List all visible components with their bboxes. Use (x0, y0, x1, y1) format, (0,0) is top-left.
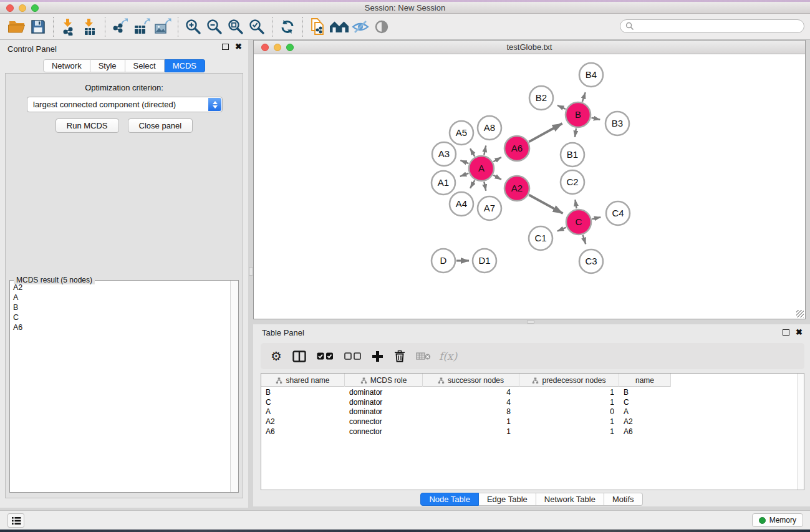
graph-node-A2[interactable]: A2 (504, 176, 529, 201)
network-graph[interactable]: B4B2BB3A5A8A6A3B1AA1C2A2A4A7C4CC1C3DD1 (254, 54, 805, 319)
cell-name[interactable]: B (619, 388, 671, 397)
list-item[interactable]: B (10, 302, 229, 312)
cell-shared-name[interactable]: C (261, 398, 345, 407)
graph-edge-A-A5[interactable] (470, 148, 475, 157)
cell-mcds-role[interactable]: dominator (345, 388, 423, 397)
graph-edge-B-B4[interactable] (582, 92, 586, 102)
cell-predecessor-nodes[interactable]: 1 (519, 417, 619, 426)
graph-edge-A-A6[interactable] (493, 157, 501, 162)
cell-name[interactable]: A6 (619, 427, 671, 436)
table-row[interactable]: Cdominator41C (261, 397, 796, 407)
cell-successor-nodes[interactable]: 1 (423, 427, 519, 436)
graph-node-B4[interactable]: B4 (579, 63, 603, 87)
graph-node-B1[interactable]: B1 (561, 143, 584, 167)
cell-successor-nodes[interactable]: 8 (423, 407, 519, 416)
export-network-icon[interactable] (110, 17, 131, 37)
dropdown-stepper-icon[interactable] (208, 98, 221, 111)
cell-name[interactable]: C (619, 398, 671, 407)
criterion-dropdown[interactable]: largest connected component (directed) (27, 97, 223, 112)
cell-successor-nodes[interactable]: 4 (423, 398, 519, 407)
graph-node-D[interactable]: D (432, 249, 455, 273)
refresh-icon[interactable] (277, 17, 298, 37)
graph-node-B3[interactable]: B3 (605, 112, 629, 135)
minimize-network-icon[interactable] (274, 44, 281, 51)
tab-style[interactable]: Style (90, 59, 125, 72)
zoom-in-icon[interactable] (183, 17, 204, 37)
float-table-panel-icon[interactable] (783, 329, 789, 336)
cell-mcds-role[interactable]: connector (345, 417, 423, 426)
export-image-icon[interactable] (152, 17, 173, 37)
graph-node-A8[interactable]: A8 (478, 116, 501, 140)
minimize-window-icon[interactable] (19, 4, 26, 12)
graph-node-A4[interactable]: A4 (450, 192, 473, 216)
graph-edge-A-A2[interactable] (493, 175, 501, 180)
delete-table-icon[interactable] (416, 352, 431, 361)
cell-mcds-role[interactable]: connector (345, 427, 423, 436)
column-header-predecessor-nodes[interactable]: predecessor nodes (519, 374, 619, 387)
table-row[interactable]: Adominator80A (261, 407, 796, 417)
search-input[interactable] (620, 19, 804, 33)
deselect-all-icon[interactable] (344, 352, 361, 360)
import-network-icon[interactable] (58, 17, 79, 37)
list-item[interactable]: A6 (10, 322, 229, 332)
table-scrollbar[interactable] (797, 374, 804, 490)
tab-motifs[interactable]: Motifs (604, 493, 643, 506)
toggle-columns-icon[interactable] (292, 351, 306, 362)
graph-edge-A-A7[interactable] (484, 182, 486, 191)
zoom-fit-icon[interactable] (225, 17, 246, 37)
table-row[interactable]: Bdominator41B (261, 387, 796, 397)
column-header-mcds-role[interactable]: MCDS role (345, 374, 423, 387)
close-network-icon[interactable] (261, 44, 269, 51)
cell-name[interactable]: A2 (619, 417, 671, 426)
table-row[interactable]: A2connector11A2 (261, 417, 796, 427)
hide-panel-eye-icon[interactable] (350, 17, 371, 37)
cell-successor-nodes[interactable]: 1 (423, 417, 519, 426)
float-panel-icon[interactable] (222, 44, 229, 50)
column-header-shared-name[interactable]: shared name (261, 374, 345, 387)
graph-node-B[interactable]: B (566, 102, 591, 127)
graph-node-A1[interactable]: A1 (432, 171, 455, 195)
zoom-selected-icon[interactable] (246, 17, 268, 37)
cell-successor-nodes[interactable]: 4 (423, 388, 519, 397)
graph-edge-C-C2[interactable] (575, 200, 576, 208)
graph-node-C3[interactable]: C3 (579, 249, 603, 273)
table-row[interactable]: A6connector11A6 (261, 427, 796, 437)
graph-node-D1[interactable]: D1 (473, 249, 496, 273)
zoom-network-icon[interactable] (286, 44, 294, 51)
graph-edge-B-B1[interactable] (575, 128, 576, 137)
tab-network-table[interactable]: Network Table (536, 493, 604, 506)
show-panel-eye-icon[interactable] (371, 17, 392, 37)
graph-edge-B-B2[interactable] (557, 105, 566, 109)
mcds-result-scrollbar[interactable] (230, 281, 238, 492)
export-table-icon[interactable] (131, 17, 152, 37)
zoom-window-icon[interactable] (31, 4, 39, 12)
column-header-successor-nodes[interactable]: successor nodes (423, 374, 519, 387)
tab-node-table[interactable]: Node Table (420, 493, 479, 506)
cell-mcds-role[interactable]: dominator (345, 407, 423, 416)
cell-shared-name[interactable]: B (261, 388, 345, 397)
memory-button[interactable]: Memory (752, 513, 803, 527)
tab-edge-table[interactable]: Edge Table (479, 493, 536, 506)
task-history-button[interactable] (7, 513, 24, 528)
close-table-panel-icon[interactable]: ✖ (796, 329, 803, 336)
settings-gear-icon[interactable]: ⚙ (271, 349, 282, 364)
cell-predecessor-nodes[interactable]: 1 (519, 427, 619, 436)
run-mcds-button[interactable]: Run MCDS (55, 118, 119, 133)
tab-select[interactable]: Select (125, 59, 165, 72)
import-table-icon[interactable] (79, 17, 100, 37)
vertical-splitter-grip[interactable] (249, 267, 253, 276)
network-canvas[interactable]: B4B2BB3A5A8A6A3B1AA1C2A2A4A7C4CC1C3DD1 (254, 54, 805, 319)
delete-column-icon[interactable] (394, 350, 405, 362)
graph-edge-B-B3[interactable] (591, 118, 600, 120)
cell-mcds-role[interactable]: dominator (345, 398, 423, 407)
cell-predecessor-nodes[interactable]: 1 (519, 388, 619, 397)
list-item[interactable]: A2 (10, 283, 229, 293)
select-all-icon[interactable] (317, 352, 334, 360)
graph-edge-A-A1[interactable] (460, 173, 469, 177)
graph-node-A6[interactable]: A6 (504, 136, 529, 161)
close-panel-icon[interactable]: ✖ (235, 44, 242, 50)
open-file-icon[interactable] (6, 17, 27, 37)
add-column-icon[interactable] (372, 351, 383, 362)
search-text-field[interactable] (634, 21, 790, 31)
graph-node-A7[interactable]: A7 (478, 196, 501, 220)
